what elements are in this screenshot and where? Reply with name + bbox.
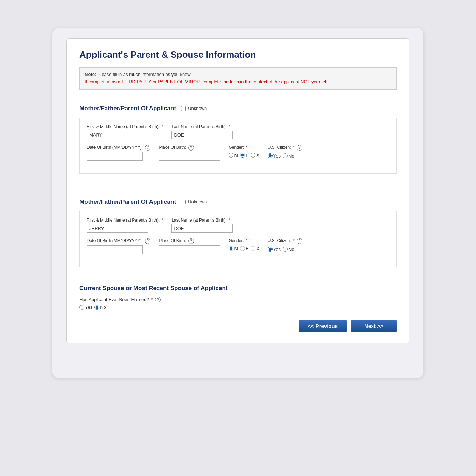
married-yes-radio[interactable] (79, 305, 84, 310)
parent1-gender-m-radio[interactable] (229, 153, 233, 158)
parent2-first-middle-input[interactable] (87, 224, 148, 233)
parent1-dob-help-icon[interactable]: ? (145, 145, 150, 150)
parent1-uscitizen-no-radio[interactable] (283, 153, 288, 158)
page-container: Applicant's Parent & Spouse Information … (52, 28, 424, 378)
parent2-uscitizen-no-label[interactable]: No (283, 247, 294, 252)
parent1-unknown-label: Unknown (188, 106, 207, 111)
parent2-last-name-input[interactable] (172, 224, 233, 233)
parent1-last-name-label: Last Name (at Parent's Birth): * (172, 124, 233, 129)
parent1-uscitizen-radio-group: Yes No (268, 153, 302, 159)
parent2-dob-help-icon[interactable]: ? (145, 238, 150, 244)
parent1-uscitizen-no-label[interactable]: No (283, 153, 294, 159)
parent2-gender-x-label[interactable]: X (251, 246, 259, 251)
next-button[interactable]: Next >> (351, 320, 397, 332)
parent1-first-middle-group: First & Middle Name (at Parent's Birth):… (87, 124, 163, 139)
parent2-last-name-group: Last Name (at Parent's Birth): * (172, 218, 233, 233)
parent1-gender-x-label[interactable]: X (251, 153, 259, 158)
parent1-uscitizen-help-icon[interactable]: ? (297, 145, 302, 150)
note-red-text: If completing as a THIRD PARTY or PARENT… (85, 79, 329, 84)
parent2-unknown-checkbox[interactable] (181, 200, 186, 204)
parent2-uscitizen-yes-radio[interactable] (268, 247, 273, 252)
parent2-uscitizen-no-radio[interactable] (283, 247, 288, 252)
parent1-first-middle-label: First & Middle Name (at Parent's Birth):… (87, 124, 163, 129)
parent2-uscitizen-radio-group: Yes No (268, 247, 302, 252)
parent2-dob-label: Date Of Birth (MM/DD/YYYY): ? (87, 238, 150, 244)
married-radio-group: Yes No (79, 304, 397, 310)
parent2-gender-f-label[interactable]: F (240, 246, 248, 251)
parent1-pob-help-icon[interactable]: ? (188, 145, 194, 150)
parent2-uscitizen-help-icon[interactable]: ? (297, 238, 302, 244)
parent2-gender-group: Gender: * M F X (229, 238, 259, 251)
divider1 (79, 184, 397, 184)
parent1-last-name-input[interactable] (172, 131, 233, 139)
parent1-uscitizen-yes-label[interactable]: Yes (268, 153, 281, 159)
parent2-gender-radio-group: M F X (229, 246, 259, 251)
parent1-unknown-group: Unknown (181, 106, 207, 111)
parent1-form: First & Middle Name (at Parent's Birth):… (79, 118, 397, 174)
parent1-first-middle-input[interactable] (87, 131, 148, 139)
parent1-gender-m-label[interactable]: M (229, 153, 238, 158)
parent1-gender-f-radio[interactable] (240, 153, 245, 158)
page-title: Applicant's Parent & Spouse Information (79, 49, 397, 60)
parent1-gender-radio-group: M F X (229, 153, 259, 158)
parent2-uscitizen-group: U.S. Citizen: * ? Yes No (268, 238, 302, 252)
parent2-gender-f-radio[interactable] (240, 246, 245, 251)
note-label: Note: (85, 72, 96, 77)
parent2-gender-m-label[interactable]: M (229, 246, 238, 251)
married-no-radio[interactable] (94, 305, 99, 310)
parent2-dob-group: Date Of Birth (MM/DD/YYYY): ? (87, 238, 150, 254)
parent2-uscitizen-label: U.S. Citizen: * ? (268, 238, 302, 244)
parent2-pob-group: Place Of Birth: ? (159, 238, 220, 254)
parent1-first-required: * (162, 124, 163, 129)
parent2-uscitizen-yes-label[interactable]: Yes (268, 247, 281, 252)
third-party-text: THIRD PARTY (121, 79, 151, 84)
note-text: Please fill in as much information as yo… (96, 72, 191, 77)
parent1-last-required: * (229, 124, 230, 129)
parent2-last-name-label: Last Name (at Parent's Birth): * (172, 218, 233, 223)
parent1-dob-label: Date Of Birth (MM/DD/YYYY): ? (87, 145, 150, 150)
married-help-icon[interactable]: ? (155, 297, 161, 302)
parent1-last-name-group: Last Name (at Parent's Birth): * (172, 124, 233, 139)
parent2-pob-input[interactable] (159, 245, 220, 254)
married-yes-label[interactable]: Yes (79, 304, 92, 310)
parent2-header: Mother/Father/Parent Of Applicant Unknow… (79, 198, 397, 205)
not-text: NOT (301, 79, 310, 84)
parent1-gender-x-radio[interactable] (251, 153, 255, 158)
parent2-section: Mother/Father/Parent Of Applicant Unknow… (79, 191, 397, 271)
parent2-unknown-label: Unknown (188, 199, 207, 204)
parent1-gender-label: Gender: * (229, 145, 259, 150)
parent2-first-middle-label: First & Middle Name (at Parent's Birth):… (87, 218, 163, 223)
parent2-pob-label: Place Of Birth: ? (159, 238, 220, 244)
outer-form: Applicant's Parent & Spouse Information … (66, 38, 410, 343)
parent1-dob-input[interactable] (87, 152, 143, 161)
parent2-form: First & Middle Name (at Parent's Birth):… (79, 211, 397, 267)
parent1-gender-f-label[interactable]: F (240, 153, 248, 158)
parent1-gender-group: Gender: * M F X (229, 145, 259, 158)
note-box: Note: Please fill in as much information… (79, 67, 397, 90)
parent1-unknown-checkbox[interactable] (181, 106, 186, 111)
married-group: Has Applicant Ever Been Married? * ? Yes… (79, 297, 397, 310)
married-no-label[interactable]: No (94, 304, 106, 310)
parent2-title: Mother/Father/Parent Of Applicant (79, 198, 176, 205)
parent1-title: Mother/Father/Parent Of Applicant (79, 105, 176, 112)
parent1-pob-input[interactable] (159, 152, 220, 161)
parent2-first-required: * (162, 218, 163, 223)
parent2-dob-input[interactable] (87, 245, 143, 254)
parent2-pob-help-icon[interactable]: ? (188, 238, 194, 244)
spouse-section: Current Spouse or Most Recent Spouse of … (79, 285, 397, 310)
parent2-gender-label: Gender: * (229, 238, 259, 243)
parent2-gender-m-radio[interactable] (229, 246, 233, 251)
spouse-title: Current Spouse or Most Recent Spouse of … (79, 285, 397, 292)
previous-button[interactable]: << Previous (299, 320, 347, 332)
married-label: Has Applicant Ever Been Married? * ? (79, 297, 397, 303)
parent-of-minor-text: PARENT OF MINOR (158, 79, 200, 84)
parent1-header: Mother/Father/Parent Of Applicant Unknow… (79, 105, 397, 112)
parent1-uscitizen-group: U.S. Citizen: * ? Yes No (268, 145, 302, 159)
parent1-dob-group: Date Of Birth (MM/DD/YYYY): ? (87, 145, 150, 161)
parent1-pob-group: Place Of Birth: ? (159, 145, 220, 161)
parent1-uscitizen-yes-radio[interactable] (268, 153, 273, 158)
parent1-uscitizen-label: U.S. Citizen: * ? (268, 145, 302, 150)
parent2-unknown-group: Unknown (181, 199, 207, 204)
parent2-gender-x-radio[interactable] (251, 246, 255, 251)
parent2-details-row: Date Of Birth (MM/DD/YYYY): ? Place Of B… (87, 238, 389, 254)
